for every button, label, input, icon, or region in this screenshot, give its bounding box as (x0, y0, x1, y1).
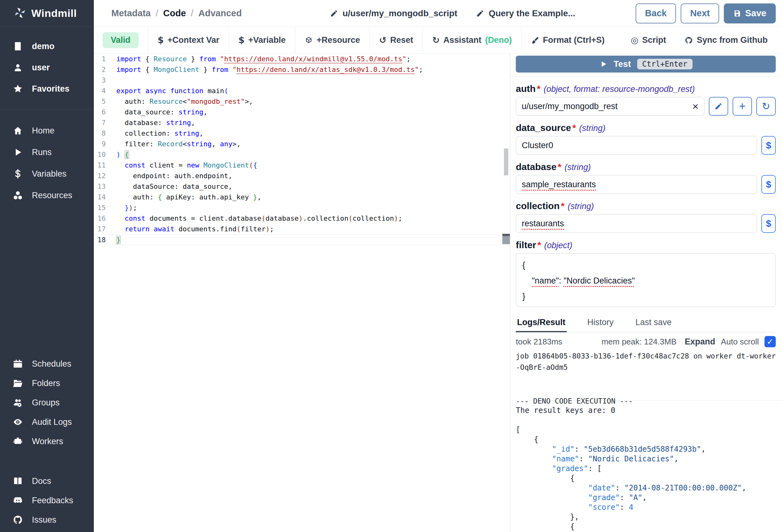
add-variable-button[interactable]: $ +Variable (238, 35, 286, 45)
eye-icon (12, 417, 23, 427)
edit-resource-button[interactable] (709, 97, 728, 116)
editor-scrollbar[interactable] (502, 54, 510, 532)
script-path: u/user/my_mongodb_script (343, 8, 457, 18)
code-line-14: 14 auth: { apiKey: auth.api_key }, (94, 192, 510, 202)
back-button[interactable]: Back (636, 3, 676, 24)
sidebar-item-label: Groups (32, 398, 60, 408)
code-line-6: 6 data_source: string, (94, 107, 510, 117)
valid-status-badge: Valid (103, 32, 139, 48)
sidebar-divider (0, 109, 94, 109)
tab-last-save[interactable]: Last save (634, 315, 673, 332)
script-kind-button[interactable]: ◎ Script (631, 35, 666, 45)
data-source-insert-var-button[interactable]: $ (761, 136, 776, 155)
breadcrumb: Metadata / Code / Advanced (111, 8, 242, 18)
line-number: 11 (94, 160, 113, 171)
test-shortcut-kbd: Ctrl+Enter (637, 59, 692, 69)
sidebar-item-label: Resources (32, 191, 72, 200)
sidebar-item-docs[interactable]: Docs (0, 473, 94, 489)
clear-resource-icon[interactable]: × (692, 101, 699, 112)
auth-field-label: auth* (object, format: resource-mongodb_… (516, 83, 776, 94)
assistant-lang: (Deno) (485, 35, 512, 45)
test-button[interactable]: Test Ctrl+Enter (516, 55, 776, 73)
data-source-input[interactable]: Cluster0 (516, 136, 757, 155)
logo-row[interactable]: Windmill (0, 0, 94, 27)
line-number: 7 (94, 117, 113, 128)
tab-logs-result[interactable]: Logs/Result (516, 315, 567, 332)
line-number: 16 (94, 213, 113, 224)
sidebar-item-schedules[interactable]: Schedules (0, 356, 94, 372)
script-path-edit[interactable]: u/user/my_mongodb_script (330, 8, 457, 18)
building-icon (12, 41, 23, 51)
sidebar-item-workspace-demo[interactable]: demo (0, 38, 94, 54)
github-icon (685, 36, 693, 44)
add-resource-button[interactable]: +Resource (305, 35, 360, 45)
save-button[interactable]: Save (724, 3, 776, 24)
sync-from-github-button[interactable]: Sync from Github (685, 35, 768, 45)
filter-json-textarea[interactable]: { "name": "Nordic Delicacies" } (516, 253, 776, 307)
refresh-resource-button[interactable]: ↻ (756, 97, 776, 116)
code-line-3: 3 (94, 75, 510, 86)
code-editor[interactable]: 1import { Resource } from "https://deno.… (94, 54, 510, 532)
folder-icon (12, 378, 23, 388)
undo-icon: ↺ (379, 36, 386, 45)
took-duration: took 2183ms (516, 337, 562, 347)
sidebar-item-user[interactable]: user (0, 60, 94, 76)
code-lines: 1import { Resource } from "https://deno.… (94, 54, 510, 245)
sidebar-item-label: Folders (32, 379, 60, 388)
groups-icon (12, 397, 23, 408)
code-line-5: 5 auth: Resource<"mongodb_rest">, (94, 96, 510, 107)
sidebar-item-resources[interactable]: Resources (0, 187, 94, 203)
sidebar-item-audit-logs[interactable]: Audit Logs (0, 414, 94, 430)
database-insert-var-button[interactable]: $ (761, 175, 776, 194)
floppy-icon (733, 9, 741, 17)
scrollbar-thumb[interactable] (504, 149, 508, 175)
assistant-button[interactable]: ↻ Assistant (Deno) (432, 35, 512, 45)
breadcrumb-advanced[interactable]: Advanced (198, 8, 242, 18)
auth-resource-input[interactable]: u/user/my_mongodb_rest × (516, 97, 704, 116)
sidebar-item-runs[interactable]: Runs (0, 144, 94, 160)
sidebar-item-workers[interactable]: Workers (0, 433, 94, 450)
code-line-16: 16 const documents = client.database(dat… (94, 213, 510, 224)
database-input[interactable]: sample_restaurants (516, 175, 757, 194)
robot-icon (12, 436, 23, 447)
breadcrumb-metadata[interactable]: Metadata (111, 8, 151, 18)
run-panel: Test Ctrl+Enter auth* (object, format: r… (510, 54, 782, 532)
next-button[interactable]: Next (681, 3, 719, 24)
sidebar-item-label: Variables (32, 169, 67, 179)
book-icon (12, 476, 23, 486)
add-resource-button[interactable]: + (733, 97, 752, 116)
sidebar-item-issues[interactable]: Issues (0, 512, 94, 528)
sidebar: Windmill demouserFavorites HomeRunsVaria… (0, 0, 94, 532)
sidebar-item-label: Audit Logs (32, 417, 72, 427)
line-number: 17 (94, 224, 113, 234)
sidebar-item-groups[interactable]: Groups (0, 394, 94, 411)
windmill-logo-icon (14, 7, 26, 20)
sidebar-item-feedbacks[interactable]: Feedbacks (0, 492, 94, 508)
collection-insert-var-button[interactable]: $ (761, 214, 776, 233)
tab-history[interactable]: History (586, 315, 615, 332)
breadcrumb-code[interactable]: Code (163, 8, 186, 18)
script-title-edit[interactable]: Query the Example... (476, 8, 575, 18)
collection-field-label: collection* (string) (516, 201, 776, 211)
format-button[interactable]: Format (Ctrl+S) (531, 35, 605, 45)
pencil-icon (714, 102, 722, 110)
sidebar-item-home[interactable]: Home (0, 122, 94, 139)
line-number: 5 (94, 96, 113, 107)
sidebar-item-label: Docs (32, 477, 51, 486)
sidebar-item-folders[interactable]: Folders (0, 375, 94, 391)
result-tabs: Logs/Result History Last save (516, 315, 776, 332)
sidebar-item-variables[interactable]: Variables (0, 166, 94, 182)
refresh-icon: ↻ (432, 36, 439, 45)
reset-button[interactable]: ↺ Reset (379, 35, 413, 45)
sidebar-item-label: Issues (32, 515, 56, 525)
autoscroll-checkbox[interactable]: ✓ (765, 336, 776, 347)
add-context-var-button[interactable]: $ +Context Var (158, 35, 219, 45)
autoscroll-label: Auto scroll (721, 337, 759, 347)
collection-input[interactable]: restaurants (516, 214, 757, 233)
line-number: 10 (94, 149, 113, 160)
play-icon (12, 147, 23, 157)
code-line-2: 2import { MongoClient } from "https://de… (94, 64, 510, 75)
result-line: { (516, 522, 776, 532)
sidebar-item-favorites[interactable]: Favorites (0, 81, 94, 97)
expand-button[interactable]: Expand (685, 337, 715, 347)
